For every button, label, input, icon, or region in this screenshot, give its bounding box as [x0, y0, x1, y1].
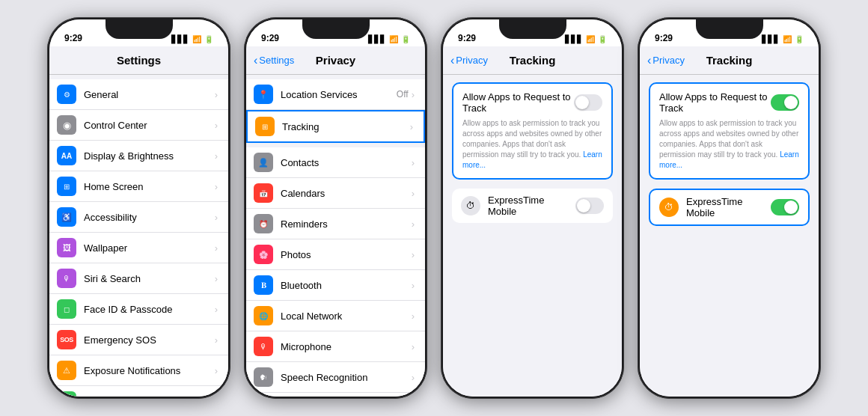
- label-faceid: Face ID & Passcode: [84, 304, 215, 315]
- status-icons-3: ▋▋▋ 📶 🔋: [565, 35, 607, 43]
- phone3: 9:29 ▋▋▋ 📶 🔋 ‹ Privacy Tracking: [441, 17, 624, 399]
- label-localnetwork: Local Network: [281, 311, 412, 322]
- nav-back-2[interactable]: ‹ Settings: [254, 54, 294, 67]
- wifi-icon4: 📶: [783, 35, 792, 43]
- icon-homescreen: ⊞: [57, 177, 76, 196]
- label-bluetooth: Bluetooth: [281, 280, 412, 291]
- allow-apps-box-off: Allow Apps to Request to Track Allow app…: [452, 82, 613, 180]
- icon-photos: 🌸: [254, 245, 273, 264]
- battery-icon4: 🔋: [795, 35, 804, 43]
- chevron-general: ›: [215, 89, 218, 100]
- icon-display: AA: [57, 146, 76, 165]
- allow-apps-title-on: Allow Apps to Request to Track: [659, 91, 771, 114]
- privacy-screen: 📍 Location Services Off › ⊞ Tracking › 👤…: [246, 75, 425, 397]
- notch2: [302, 19, 370, 39]
- label-homescreen: Home Screen: [84, 181, 215, 192]
- label-general: General: [84, 89, 215, 100]
- phone4-wrapper: 9:29 ▋▋▋ 📶 🔋 ‹ Privacy Tracking: [638, 17, 821, 399]
- nav-back-4[interactable]: ‹ Privacy: [647, 54, 685, 67]
- icon-exposure: ⚠: [57, 361, 76, 380]
- signal-icon4: ▋▋▋: [762, 35, 780, 43]
- wifi-icon2: 📶: [389, 35, 398, 43]
- nav-bar-2: ‹ Settings Privacy: [246, 46, 425, 75]
- status-time-3: 9:29: [458, 33, 476, 43]
- expresstime-icon-on: ⏱: [659, 198, 679, 217]
- back-chevron-2: ‹: [254, 54, 257, 67]
- phone1-wrapper: 9:29 ▋▋▋ 📶 🔋 Settings ⚙ General ›: [47, 17, 230, 399]
- icon-location: 📍: [254, 85, 273, 104]
- label-location: Location Services: [281, 89, 397, 100]
- allow-apps-box-on: Allow Apps to Request to Track Allow app…: [649, 82, 810, 180]
- tracking-row-highlighted[interactable]: ⊞ Tracking ›: [246, 110, 425, 143]
- expresstime-row-on[interactable]: ⏱ ExpressTime Mobile: [649, 189, 810, 226]
- expresstime-toggle-off[interactable]: [575, 198, 604, 214]
- icon-siri: 🎙: [57, 269, 76, 288]
- signal-icon: ▋▋▋: [171, 35, 189, 43]
- allow-apps-toggle-on[interactable]: [771, 94, 799, 111]
- phone2-wrapper: 9:29 ▋▋▋ 📶 🔋 ‹ Settings Privacy 📍: [244, 17, 427, 399]
- nav-bar-4: ‹ Privacy Tracking: [640, 46, 819, 75]
- label-contacts: Contacts: [281, 157, 412, 168]
- label-tracking: Tracking: [282, 121, 410, 132]
- tracking-off-title: Tracking: [510, 54, 556, 67]
- learn-more-link-on[interactable]: Learn more...: [659, 150, 799, 169]
- status-time-1: 9:29: [64, 33, 82, 43]
- signal-icon3: ▋▋▋: [565, 35, 583, 43]
- label-wallpaper: Wallpaper: [84, 242, 215, 254]
- nav-bar-1: Settings: [49, 46, 228, 75]
- signal-icon2: ▋▋▋: [368, 35, 386, 43]
- notch1: [106, 19, 173, 39]
- back-chevron-3: ‹: [450, 54, 454, 67]
- expresstime-toggle-on[interactable]: [771, 199, 799, 215]
- nav-back-3[interactable]: ‹ Privacy: [450, 54, 488, 67]
- status-time-2: 9:29: [261, 33, 279, 43]
- icon-tracking: ⊞: [255, 117, 275, 136]
- icon-localnetwork: 🌐: [254, 306, 273, 325]
- back-label-3: Privacy: [456, 55, 488, 66]
- privacy-screen-title: Privacy: [316, 54, 355, 67]
- label-calendars: Calendars: [281, 188, 412, 199]
- icon-controlcenter: ◉: [57, 115, 76, 135]
- settings-title: Settings: [117, 54, 161, 67]
- label-accessibility: Accessibility: [84, 212, 215, 223]
- allow-apps-toggle-off[interactable]: [574, 94, 602, 111]
- phone1: 9:29 ▋▋▋ 📶 🔋 Settings ⚙ General ›: [47, 17, 230, 399]
- nav-bar-3: ‹ Privacy Tracking: [443, 46, 622, 75]
- back-chevron-4: ‹: [647, 54, 651, 67]
- wifi-icon3: 📶: [586, 35, 595, 43]
- label-speech: Speech Recognition: [281, 372, 412, 383]
- label-battery: Battery: [84, 396, 215, 397]
- label-controlcenter: Control Center: [84, 120, 215, 131]
- battery-icon: 🔋: [204, 35, 213, 43]
- allow-apps-desc-on: Allow apps to ask permission to track yo…: [659, 118, 799, 171]
- status-icons-2: ▋▋▋ 📶 🔋: [368, 35, 410, 43]
- icon-sos: SOS: [57, 330, 76, 349]
- icon-microphone: 🎙: [254, 337, 273, 356]
- label-photos: Photos: [281, 249, 412, 260]
- status-time-4: 9:29: [655, 33, 673, 43]
- allow-apps-desc-off: Allow apps to ask permission to track yo…: [462, 118, 602, 171]
- expresstime-row-off: ⏱ ExpressTime Mobile: [452, 189, 613, 223]
- icon-battery: 🔋: [57, 391, 76, 397]
- label-display: Display & Brightness: [84, 150, 215, 162]
- icon-faceid: ◻: [57, 299, 76, 319]
- status-icons-1: ▋▋▋ 📶 🔋: [171, 35, 213, 43]
- label-exposure: Exposure Notifications: [84, 365, 215, 376]
- label-microphone: Microphone: [281, 341, 412, 352]
- icon-bluetooth: 𝐁: [254, 275, 273, 295]
- back-label-2: Settings: [259, 55, 294, 66]
- allow-apps-title-off: Allow Apps to Request to Track: [462, 91, 574, 114]
- icon-speech: 🗣: [254, 367, 273, 387]
- icon-accessibility: ♿: [57, 207, 76, 227]
- icon-general: ⚙: [57, 85, 76, 104]
- expresstime-name-off: ExpressTime Mobile: [488, 195, 575, 217]
- notch3: [499, 19, 566, 39]
- label-siri: Siri & Search: [84, 273, 215, 284]
- settings-screen: ⚙ General › ◉ Control Center › AA Displa…: [49, 75, 228, 397]
- learn-more-link-off[interactable]: Learn more...: [462, 150, 602, 169]
- tracking-on-screen: Allow Apps to Request to Track Allow app…: [640, 75, 819, 397]
- notch4: [696, 19, 763, 39]
- status-icons-4: ▋▋▋ 📶 🔋: [762, 35, 804, 43]
- icon-wallpaper: 🖼: [57, 238, 76, 257]
- icon-contacts: 👤: [254, 153, 273, 172]
